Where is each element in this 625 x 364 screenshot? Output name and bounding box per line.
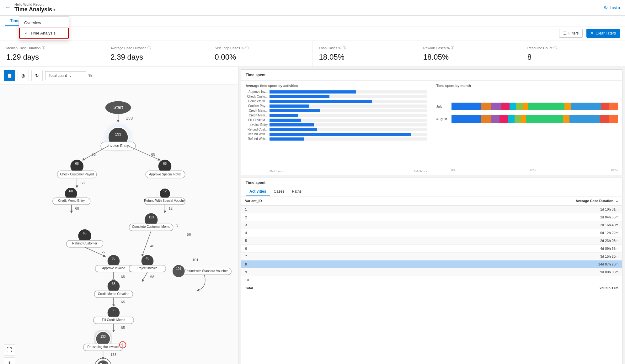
bottom-tab-cases[interactable]: Cases: [270, 187, 288, 196]
avg-time-chart: Average time spent by activities Approve…: [241, 81, 432, 175]
edge-68d: 68: [150, 275, 154, 279]
bar-label-0: Approve Inv...: [246, 90, 268, 94]
time-spent-label: Time spent: [246, 73, 265, 77]
self-loop-label: Self Loop Cases %: [215, 46, 244, 50]
table-row-8[interactable]: 8 14d 07h 20m: [241, 260, 622, 268]
cell-duration-7: 3d 15h 20m: [366, 253, 622, 260]
last-updated-label: Last u: [610, 6, 620, 10]
rework-info-icon[interactable]: ⓘ: [451, 46, 454, 50]
svg-text:65: 65: [112, 308, 115, 312]
bar-row-5: Credit Mem...: [246, 114, 427, 117]
bar-fill-10: [270, 137, 304, 141]
resource-info-icon[interactable]: ⓘ: [553, 46, 557, 50]
bar-row-1: Check Custo...: [246, 95, 427, 98]
charts-row: Average time spent by activities Approve…: [241, 81, 622, 175]
svg-text:Refund Customer: Refund Customer: [72, 242, 98, 245]
cell-duration-10: ...: [366, 276, 622, 284]
edge-65d: 65: [121, 300, 125, 304]
stacked-bar-July: [451, 103, 618, 110]
filter-icon: ☰: [563, 31, 567, 35]
fullscreen-btn[interactable]: ⛶: [4, 344, 15, 356]
svg-text:Credit Memo Entry: Credit Memo Entry: [58, 199, 85, 202]
bar-track-1: [270, 95, 427, 98]
cell-variant-4: 4: [241, 229, 366, 237]
svg-text:Approve Invoice: Approve Invoice: [102, 266, 125, 270]
arrow-invoice-approve: [127, 146, 160, 160]
edge-65b: 65: [101, 250, 105, 254]
segment-3: [501, 103, 510, 110]
table-row-3[interactable]: 3 2d 16h 40m: [241, 221, 622, 229]
back-button[interactable]: ←: [5, 4, 11, 11]
segment-3: [499, 115, 508, 123]
dropdown-item-overview[interactable]: Overview: [19, 18, 69, 28]
svg-text:65: 65: [112, 257, 115, 260]
cell-duration-4: 6d 12h 22m: [366, 229, 622, 237]
avg-chart-title: Average time spent by activities: [246, 84, 427, 88]
svg-text:Reject Invoice: Reject Invoice: [137, 266, 158, 270]
bar-track-9: [270, 133, 427, 136]
svg-text:Complete Customer Memo: Complete Customer Memo: [132, 225, 170, 228]
median-info-icon[interactable]: ⓘ: [42, 46, 45, 50]
table-row-1[interactable]: 1 1d 10h 31m: [241, 206, 622, 213]
map-view-btn[interactable]: 📋: [4, 70, 15, 81]
bar-label-2: Complete th...: [246, 99, 268, 103]
table-row-7[interactable]: 7 3d 15h 20m: [241, 253, 622, 260]
reload-btn[interactable]: ↻: [31, 70, 43, 81]
segment-6: [521, 115, 526, 123]
bar-fill-3: [270, 104, 309, 108]
table-row-2[interactable]: 2 2d 04h 55m: [241, 213, 622, 221]
segment-5: [516, 103, 523, 110]
bottom-tab-activities[interactable]: Activities: [246, 187, 270, 196]
title-dropdown-arrow[interactable]: ▾: [53, 8, 55, 12]
bar-row-7: Invoice Entry: [246, 123, 427, 126]
target-btn[interactable]: ◎: [18, 70, 29, 81]
month-axis-label-2: 100%: [611, 169, 618, 172]
time-spent-header: Time spent: [241, 70, 622, 81]
edge-12: 12: [168, 206, 173, 210]
toolbar: ☰ Filters ✕ Clear Filters: [0, 26, 625, 40]
kpi-rework: Rework Cases % ⓘ 18.05%: [417, 40, 521, 67]
bar-row-0: Approve Inv...: [246, 90, 427, 94]
bottom-tab-paths[interactable]: Paths: [288, 187, 305, 196]
time-spent-top: Time spent Average time spent by activit…: [241, 69, 622, 175]
segment-7: [526, 115, 563, 123]
month-row-July: July: [436, 103, 618, 110]
self-loop-info-icon[interactable]: ⓘ: [245, 46, 249, 50]
bar-label-7: Invoice Entry: [246, 123, 268, 126]
loop-info-icon[interactable]: ⓘ: [343, 46, 346, 50]
map-dropdown[interactable]: Total count ⌄: [45, 71, 86, 80]
zoom-in-btn[interactable]: +: [4, 357, 15, 364]
check-icon: ✓: [25, 31, 28, 35]
table-row-5[interactable]: 5 2d 23h 05m: [241, 237, 622, 245]
segment-4: [510, 103, 516, 110]
svg-text:Start: Start: [113, 105, 123, 110]
sort-icon[interactable]: ▲: [616, 200, 618, 203]
bar-track-10: [270, 137, 427, 141]
edge-56: 56: [187, 233, 191, 237]
avg-info-icon[interactable]: ⓘ: [147, 46, 151, 50]
fullscreen-icon: ⛶: [7, 347, 12, 353]
col-variant-id: Variant_ID: [241, 196, 366, 206]
arrow-reject: [142, 231, 151, 256]
month-label-August: August: [436, 117, 449, 121]
filters-button[interactable]: ☰ Filters: [559, 29, 583, 38]
month-chart-title: Time spent by month: [436, 84, 618, 88]
refresh-icon[interactable]: ↻: [604, 5, 608, 11]
table-row-4[interactable]: 4 6d 12h 22m: [241, 229, 622, 237]
svg-text:133: 133: [115, 132, 121, 136]
data-table: Variant_ID Average Case Duration ▲ 1 1d …: [241, 196, 622, 292]
clear-filters-button[interactable]: ✕ Clear Filters: [586, 29, 620, 38]
svg-text:!: !: [122, 342, 123, 346]
table-row-6[interactable]: 6 4d 09h 58m: [241, 245, 622, 253]
segment-9: [569, 115, 599, 123]
time-spent-bottom: Time spent ActivitiesCasesPaths Variant_…: [241, 178, 622, 364]
segment-4: [508, 115, 515, 123]
segment-5: [515, 115, 521, 123]
bottom-section-label: Time spent: [241, 178, 622, 187]
table-row-9[interactable]: 9 9d 00h 03m: [241, 268, 622, 276]
cell-duration-5: 2d 23h 05m: [366, 237, 622, 245]
process-map-area[interactable]: Start 133 133 Invoice Entry 68 65: [0, 85, 238, 364]
table-row-10[interactable]: 10 ...: [241, 276, 622, 284]
segment-9: [571, 103, 601, 110]
dropdown-item-time-analysis[interactable]: ✓ Time Analysis: [19, 28, 69, 39]
